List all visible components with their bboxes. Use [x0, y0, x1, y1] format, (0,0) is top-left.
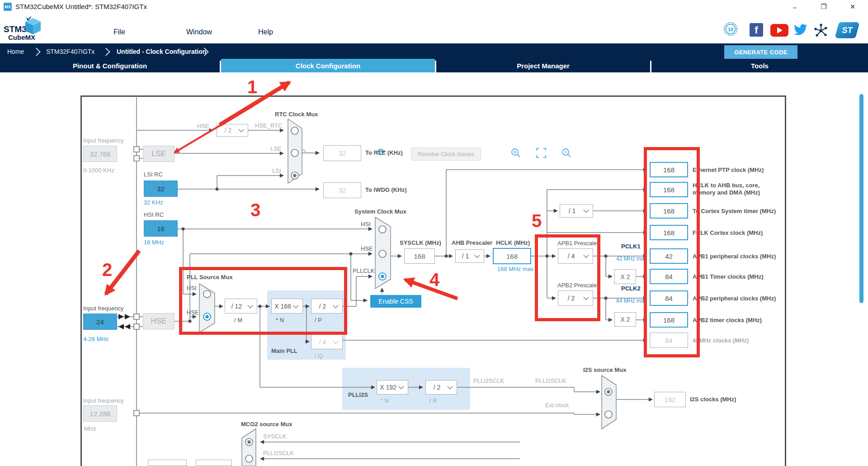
hclk-value-field[interactable]: 168 — [493, 248, 531, 264]
vertical-scrollbar[interactable] — [859, 94, 863, 303]
hse-input-frequency-label: Input frequency — [83, 305, 124, 312]
lse-frequency-field[interactable]: 32.768 — [83, 146, 117, 162]
enable-css-button[interactable]: Enable CSS — [370, 295, 421, 308]
rtc-hse-divider-dropdown[interactable]: / 2 — [217, 124, 248, 137]
hclk-max-label: 168 MHz max — [497, 266, 533, 272]
fclk-label: FCLK Cortex clock (MHz) — [693, 229, 763, 236]
sysclk-value-field[interactable]: 168 — [404, 248, 435, 264]
menu-window[interactable]: Window — [186, 28, 212, 36]
sys-hse-label: HSE — [361, 245, 373, 252]
menu-help[interactable]: Help — [258, 28, 273, 36]
menu-bar: STM32 CubeMX File Window Help 10 f — [0, 14, 868, 43]
cortex-timer-label: To Cortex System timer (MHz) — [693, 208, 776, 214]
i2s-clocks-value-box: 192 — [654, 392, 686, 407]
pclk1-label: PCLK1 — [621, 243, 641, 250]
hsi-rc-label: HSI RC — [144, 211, 164, 218]
apb2-timer-multiplier-box: X 2 — [614, 312, 636, 327]
rtc-hse-wire-label: HSE — [197, 123, 209, 129]
annotation-number-1: 1 — [247, 78, 257, 96]
to-iwdg-label: To IWDG (KHz) — [365, 186, 406, 193]
window-title: STM32CubeMX Untitled*: STM32F407IGTx — [15, 3, 147, 10]
apb1-timer-multiplier-box: X 2 — [614, 269, 636, 284]
tab-tools[interactable]: Tools — [651, 59, 868, 72]
annotation-number-2: 2 — [102, 261, 112, 279]
tab-pinout-configuration[interactable]: Pinout & Configuration — [0, 59, 220, 72]
cortex-prescaler-dropdown[interactable]: / 1 — [560, 204, 593, 218]
to-rtc-label: To RTC (KHz) — [365, 149, 403, 156]
pclk1-max-label: 42 MHz max — [616, 256, 646, 262]
chevron-down-icon — [398, 384, 404, 390]
i2s-ext-input-label: Ext.clock — [545, 402, 569, 409]
st-logo-icon[interactable]: ST — [835, 21, 860, 40]
ahb-prescaler-dropdown[interactable]: / 1 — [455, 249, 484, 263]
annotation-rect-pll — [179, 267, 347, 335]
close-button[interactable]: ✕ — [844, 1, 862, 13]
youtube-icon[interactable] — [770, 24, 788, 37]
pclk2-label: PCLK2 — [621, 285, 641, 292]
system-mux-title: System Clock Mux — [354, 208, 406, 215]
pll-q-label: / Q — [315, 352, 322, 359]
apb2-peripheral-label: APB2 peripheral clocks (MHz) — [693, 295, 776, 302]
hse-rtc-wire-label: HSE_RTC — [255, 122, 282, 129]
minimize-button[interactable]: – — [786, 1, 804, 13]
hse-frequency-field[interactable]: 24 — [83, 314, 117, 330]
lse-range-label: 0-1000 KHz — [83, 167, 114, 174]
breadcrumb-page: Untitled - Clock Configuration — [117, 48, 206, 55]
mco2-partial-box — [196, 460, 232, 466]
lsi-freq-label: 32 KHz — [144, 199, 163, 206]
mco2-partial-box — [148, 460, 187, 466]
lse-input-frequency-label: Input frequency — [83, 137, 124, 144]
i2s-mux-title: I2S source Mux — [583, 366, 626, 373]
clk48-label: 48MHz clocks (MHz) — [693, 337, 749, 344]
plli2sclk-wire-label: PLLI2SCLK — [473, 377, 504, 384]
hclk-label: HCLK (MHz) — [496, 239, 530, 246]
app-icon: MX — [4, 3, 12, 11]
pclk2-max-label: 84 MHz max — [616, 298, 646, 304]
svg-text:ST: ST — [842, 26, 853, 35]
sysclk-label: SYSCLK (MHz) — [400, 239, 441, 246]
i2s-clocks-label: I2S clocks (MHz) — [690, 396, 736, 403]
chevron-right-icon — [32, 48, 40, 56]
pll-q-dropdown[interactable]: / 4 — [311, 334, 343, 349]
plli2s-r-label: / R — [429, 397, 437, 404]
i2s-ckin-field[interactable]: 12.288 — [83, 405, 117, 422]
tab-project-manager[interactable]: Project Manager — [436, 59, 650, 72]
plli2s-label: PLLI2S — [348, 391, 368, 398]
lse-wire-label: LSE — [270, 145, 282, 152]
ethernet-ptp-label: Ethernet PTP clock (MHz) — [693, 166, 764, 173]
annotation-number-5: 5 — [532, 212, 542, 230]
to-iwdg-value-box: 32 — [323, 182, 361, 198]
lsi-value-box: 32 — [144, 181, 178, 197]
sys-pllclk-label: PLLCLK — [353, 267, 374, 274]
app-window: MX STM32CubeMX Untitled*: STM32F407IGTx … — [0, 0, 868, 466]
i2s-input-frequency-label: Input frequency — [83, 397, 124, 404]
rtc-mux-title: RTC Clock Mux — [275, 111, 318, 118]
i2s-ckin-unit-label: MHz — [84, 425, 96, 432]
hse-box[interactable]: HSE — [143, 313, 175, 329]
share-network-icon[interactable] — [813, 23, 829, 38]
title-bar: MX STM32CubeMX Untitled*: STM32F407IGTx … — [0, 0, 868, 14]
svg-text:10: 10 — [728, 27, 733, 32]
generate-code-button[interactable]: GENERATE CODE — [724, 45, 797, 59]
lsi-rc-label: LSI RC — [144, 171, 163, 178]
annotation-rect-outputs — [644, 147, 700, 357]
twitter-icon[interactable] — [793, 23, 808, 37]
chevron-right-icon — [102, 48, 110, 56]
restore-button[interactable]: ❐ — [815, 1, 833, 13]
facebook-icon[interactable]: f — [750, 23, 763, 37]
hsi-freq-label: 16 MHz — [144, 239, 164, 246]
breadcrumb: Home STM32F407IGTx Untitled - Clock Conf… — [0, 43, 868, 61]
menu-file[interactable]: File — [113, 28, 125, 36]
mco2-sysclk-label: SYSCLK — [263, 433, 286, 440]
breadcrumb-home[interactable]: Home — [7, 48, 24, 55]
lsi-wire-label: LSI — [272, 167, 281, 174]
hse-range-label: 4-26 MHz — [83, 336, 108, 342]
ten-years-badge-icon[interactable]: 10 — [723, 22, 738, 36]
lse-box[interactable]: LSE — [143, 146, 175, 162]
mco2-mux-title: MCO2 source Mux — [241, 421, 292, 428]
tab-clock-configuration[interactable]: Clock Configuration — [221, 59, 435, 72]
plli2s-n-dropdown[interactable]: X 192 — [377, 380, 408, 395]
breadcrumb-mcu[interactable]: STM32F407IGTx — [46, 48, 94, 55]
plli2s-r-dropdown[interactable]: / 2 — [425, 380, 457, 395]
clock-toolbar: ↶ ↷ ⟳ Resolve Clock Issues — [0, 72, 868, 92]
